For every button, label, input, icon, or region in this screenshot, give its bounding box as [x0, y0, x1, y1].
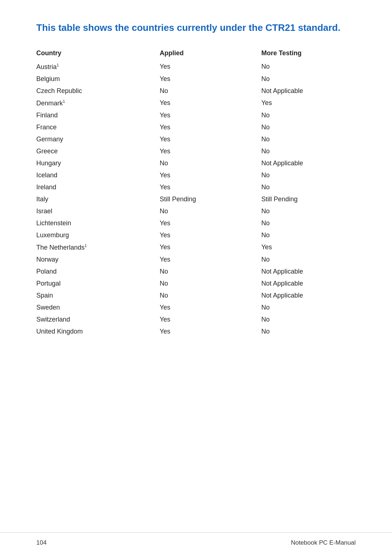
more-testing-cell: No — [261, 181, 356, 193]
table-row: Czech RepublicNoNot Applicable — [36, 85, 356, 97]
country-cell: The Netherlands1 — [36, 241, 160, 254]
country-cell: Finland — [36, 109, 160, 121]
manual-title: Notebook PC E-Manual — [291, 539, 356, 546]
table-row: IsraelNoNo — [36, 205, 356, 217]
applied-cell: No — [160, 85, 261, 97]
table-row: The Netherlands1YesYes — [36, 241, 356, 254]
more-testing-cell: No — [261, 314, 356, 326]
applied-cell: Still Pending — [160, 193, 261, 205]
more-testing-cell: Not Applicable — [261, 266, 356, 278]
page-title: This table shows the countries currently… — [36, 22, 356, 34]
applied-cell: Yes — [160, 254, 261, 266]
more-testing-cell: No — [261, 121, 356, 133]
table-row: SwitzerlandYesNo — [36, 314, 356, 326]
country-cell: Spain — [36, 290, 160, 302]
table-row: LichtensteinYesNo — [36, 217, 356, 229]
applied-cell: No — [160, 205, 261, 217]
page-number: 104 — [36, 539, 46, 546]
table-row: SpainNoNot Applicable — [36, 290, 356, 302]
more-testing-cell: No — [261, 133, 356, 145]
applied-cell: No — [160, 266, 261, 278]
table-row: FranceYesNo — [36, 121, 356, 133]
country-cell: Germany — [36, 133, 160, 145]
table-row: GreeceYesNo — [36, 145, 356, 157]
more-testing-cell: No — [261, 73, 356, 85]
applied-cell: Yes — [160, 73, 261, 85]
applied-cell: Yes — [160, 314, 261, 326]
more-testing-cell: No — [261, 217, 356, 229]
applied-cell: No — [160, 290, 261, 302]
table-row: PolandNoNot Applicable — [36, 266, 356, 278]
table-row: GermanyYesNo — [36, 133, 356, 145]
country-cell: Iceland — [36, 169, 160, 181]
country-cell: Lichtenstein — [36, 217, 160, 229]
country-cell: Denmark1 — [36, 97, 160, 109]
table-row: Denmark1YesYes — [36, 97, 356, 109]
country-cell: Greece — [36, 145, 160, 157]
table-row: NorwayYesNo — [36, 254, 356, 266]
applied-cell: Yes — [160, 97, 261, 109]
more-testing-cell: Yes — [261, 241, 356, 254]
ctr21-table: Country Applied More Testing Austria1Yes… — [36, 47, 356, 338]
applied-cell: Yes — [160, 241, 261, 254]
applied-cell: No — [160, 157, 261, 169]
country-cell: Sweden — [36, 302, 160, 314]
more-testing-cell: No — [261, 145, 356, 157]
more-testing-cell: No — [261, 61, 356, 73]
country-cell: Luxemburg — [36, 229, 160, 241]
more-testing-cell: No — [261, 109, 356, 121]
table-row: Austria1YesNo — [36, 61, 356, 73]
applied-cell: Yes — [160, 121, 261, 133]
country-cell: France — [36, 121, 160, 133]
applied-cell: Yes — [160, 133, 261, 145]
country-cell: Czech Republic — [36, 85, 160, 97]
applied-cell: Yes — [160, 61, 261, 73]
column-header-country: Country — [36, 47, 160, 61]
country-cell: Israel — [36, 205, 160, 217]
applied-cell: No — [160, 278, 261, 290]
table-row: HungaryNoNot Applicable — [36, 157, 356, 169]
table-row: IrelandYesNo — [36, 181, 356, 193]
table-row: FinlandYesNo — [36, 109, 356, 121]
country-cell: Portugal — [36, 278, 160, 290]
table-row: IcelandYesNo — [36, 169, 356, 181]
applied-cell: Yes — [160, 217, 261, 229]
more-testing-cell: Not Applicable — [261, 290, 356, 302]
applied-cell: Yes — [160, 181, 261, 193]
table-row: United KingdomYesNo — [36, 326, 356, 338]
page-footer: 104 Notebook PC E-Manual — [0, 532, 392, 553]
more-testing-cell: No — [261, 205, 356, 217]
more-testing-cell: No — [261, 302, 356, 314]
country-cell: Belgium — [36, 73, 160, 85]
country-cell: United Kingdom — [36, 326, 160, 338]
more-testing-cell: Yes — [261, 97, 356, 109]
table-row: PortugalNoNot Applicable — [36, 278, 356, 290]
country-cell: Italy — [36, 193, 160, 205]
more-testing-cell: No — [261, 254, 356, 266]
more-testing-cell: Not Applicable — [261, 278, 356, 290]
country-cell: Austria1 — [36, 61, 160, 73]
page-content: This table shows the countries currently… — [0, 0, 392, 367]
country-cell: Hungary — [36, 157, 160, 169]
table-row: ItalyStill PendingStill Pending — [36, 193, 356, 205]
applied-cell: Yes — [160, 169, 261, 181]
more-testing-cell: No — [261, 169, 356, 181]
more-testing-cell: Still Pending — [261, 193, 356, 205]
applied-cell: Yes — [160, 145, 261, 157]
table-row: SwedenYesNo — [36, 302, 356, 314]
more-testing-cell: No — [261, 229, 356, 241]
table-row: BelgiumYesNo — [36, 73, 356, 85]
more-testing-cell: Not Applicable — [261, 157, 356, 169]
more-testing-cell: No — [261, 326, 356, 338]
applied-cell: Yes — [160, 302, 261, 314]
applied-cell: Yes — [160, 109, 261, 121]
more-testing-cell: Not Applicable — [261, 85, 356, 97]
applied-cell: Yes — [160, 326, 261, 338]
table-row: LuxemburgYesNo — [36, 229, 356, 241]
table-header-row: Country Applied More Testing — [36, 47, 356, 61]
applied-cell: Yes — [160, 229, 261, 241]
country-cell: Switzerland — [36, 314, 160, 326]
column-header-more-testing: More Testing — [261, 47, 356, 61]
column-header-applied: Applied — [160, 47, 261, 61]
country-cell: Norway — [36, 254, 160, 266]
